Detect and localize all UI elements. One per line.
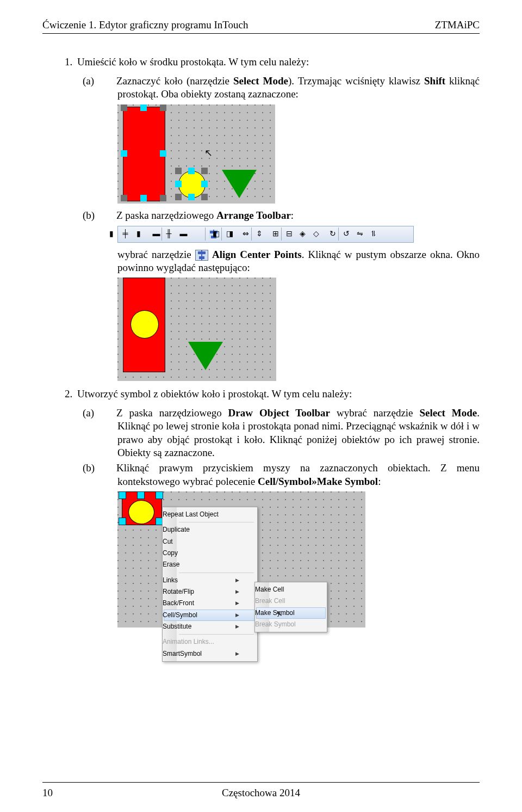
step-1: Umieścić koło w środku prostokąta. W tym… xyxy=(75,56,480,381)
menu-repeat-last[interactable]: Repeat Last Object xyxy=(164,509,256,520)
menu-erase[interactable]: Erase xyxy=(164,559,256,570)
align-bottom-button[interactable]: ▬ xyxy=(191,228,203,241)
submenu-make-cell[interactable]: Make Cell xyxy=(256,584,326,595)
header-right: ZTMAiPC xyxy=(435,19,480,31)
step1-text: Umieścić koło w środku prostokąta. W tym… xyxy=(77,56,309,67)
menu-cut[interactable]: Cut xyxy=(164,536,256,548)
footer-center: Częstochowa 2014 xyxy=(222,787,300,799)
step1a: (a)Zaznaczyć koło (narzędzie Select Mode… xyxy=(100,75,480,204)
canvas-after-align xyxy=(117,278,276,381)
step2-text: Utworzyć symbol z obiektów koło i prosto… xyxy=(77,388,352,399)
context-menu[interactable]: Repeat Last Object Duplicate Cut Copy Er… xyxy=(162,507,258,662)
step2a: (a)Z paska narzędziowego Draw Object Too… xyxy=(100,407,480,459)
submenu-make-symbol[interactable]: Make Symbol xyxy=(256,607,326,619)
menu-copy[interactable]: Copy xyxy=(164,548,256,559)
rectangle-shape[interactable] xyxy=(123,107,165,201)
align-center-points-icon xyxy=(195,250,208,261)
context-submenu[interactable]: Make Cell Break Cell Make Symbol Break S… xyxy=(254,582,327,632)
circle-shape[interactable] xyxy=(130,310,159,339)
page-number: 10 xyxy=(42,787,53,799)
circle-shape[interactable] xyxy=(128,500,154,524)
triangle-shape[interactable] xyxy=(222,170,257,198)
submenu-break-symbol: Break Symbol xyxy=(256,619,326,630)
flip-v-button[interactable]: ⥮ xyxy=(381,228,394,241)
page-header: Ćwiczenie 1. Edytor graficzny programu I… xyxy=(42,19,480,32)
menu-animation-links: Animation Links... xyxy=(164,636,256,648)
submenu-break-cell: Break Cell xyxy=(256,595,326,607)
step2b: (b)Kliknąć prawym przyciskiem myszy na z… xyxy=(100,462,480,628)
menu-rotate-flip[interactable]: Rotate/Flip▶ xyxy=(164,586,256,598)
menu-smart-symbol[interactable]: SmartSymbol▶ xyxy=(164,648,256,660)
menu-substitute[interactable]: Substitute▶ xyxy=(164,621,256,632)
header-title: Ćwiczenie 1. Edytor graficzny programu I… xyxy=(42,19,248,31)
arrange-toolbar: ▮ ╪ ▮ ▬ ╫ ▬ ◧ xyxy=(117,226,414,243)
menu-links[interactable]: Links▶ xyxy=(164,575,256,586)
step1b: (b)Z paska narzędziowego Arrange Toolbar… xyxy=(100,209,480,381)
header-rule xyxy=(42,33,480,34)
canvas-selected-objects: ↖ xyxy=(117,104,275,204)
page-footer: 10 Częstochowa 2014 xyxy=(42,787,480,799)
menu-back-front[interactable]: Back/Front▶ xyxy=(164,598,256,609)
step-2: Utworzyć symbol z obiektów koło i prosto… xyxy=(75,387,480,628)
footer-rule xyxy=(42,782,480,783)
menu-cell-symbol[interactable]: Cell/Symbol▶ xyxy=(164,610,256,621)
menu-duplicate[interactable]: Duplicate xyxy=(164,524,256,536)
triangle-shape[interactable] xyxy=(188,342,223,370)
canvas-context-menu: Repeat Last Object Duplicate Cut Copy Er… xyxy=(117,491,365,628)
